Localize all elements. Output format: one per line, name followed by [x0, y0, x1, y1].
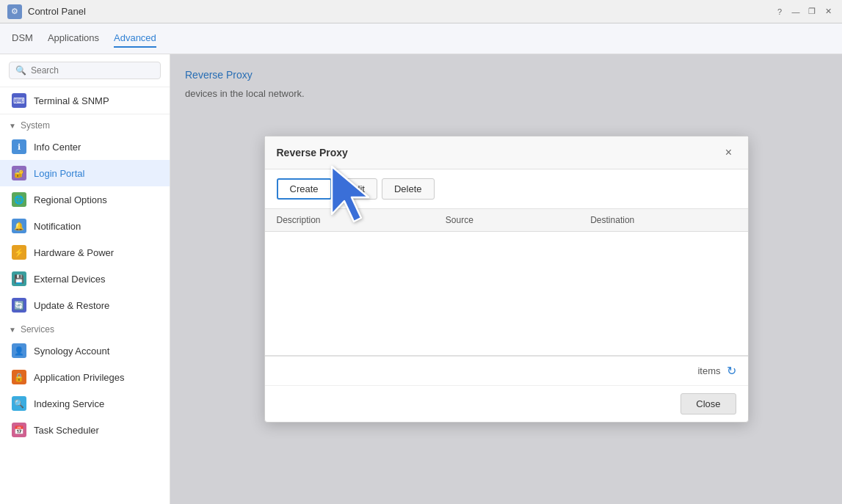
sidebar-item-hardware-power[interactable]: ⚡ Hardware & Power	[0, 239, 170, 266]
sidebar-item-application-privileges[interactable]: 🔒 Application Privileges	[0, 364, 170, 390]
proxy-table: Description Source Destination	[265, 209, 748, 232]
dialog-actions: Close	[265, 385, 748, 422]
external-devices-icon: 💾	[12, 271, 26, 286]
titlebar: ⚙ Control Panel ? — ❐ ✕	[0, 0, 842, 23]
edit-button[interactable]: Edit	[336, 178, 377, 200]
help-button[interactable]: ?	[773, 5, 786, 18]
sidebar-item-notification[interactable]: 🔔 Notification	[0, 213, 170, 239]
services-section-label: Services	[21, 324, 54, 335]
task-scheduler-label: Task Scheduler	[34, 425, 99, 436]
indexing-service-icon: 🔍	[12, 396, 26, 411]
system-section-header[interactable]: ▼ System	[0, 114, 170, 134]
dialog-header: Reverse Proxy ×	[265, 136, 748, 169]
top-navigation: DSM Applications Advanced	[0, 23, 842, 54]
dialog-footer: items ↻	[265, 356, 748, 385]
dialog-title: Reverse Proxy	[277, 147, 348, 158]
delete-button[interactable]: Delete	[382, 178, 435, 200]
dialog-overlay: Reverse Proxy × Create Edit Delete	[170, 54, 842, 504]
items-count-label: items	[697, 365, 720, 376]
proxy-table-container: Description Source Destination	[265, 209, 748, 356]
info-center-icon: ℹ	[12, 139, 26, 154]
application-privileges-label: Application Privileges	[34, 372, 125, 383]
col-header-source: Source	[434, 209, 578, 232]
notification-label: Notification	[34, 221, 81, 232]
external-devices-label: External Devices	[34, 274, 106, 285]
search-box[interactable]: 🔍	[9, 62, 161, 79]
dialog-close-button[interactable]: ×	[722, 145, 736, 160]
app-container: DSM Applications Advanced 🔍 ⌨ Terminal &…	[0, 23, 842, 504]
sidebar-search: 🔍	[0, 54, 170, 87]
col-header-description: Description	[265, 209, 434, 232]
system-section-label: System	[21, 120, 50, 131]
regional-options-label: Regional Options	[34, 194, 107, 205]
create-button[interactable]: Create	[277, 178, 332, 200]
synology-account-label: Synology Account	[34, 346, 109, 357]
synology-account-icon: 👤	[12, 343, 26, 358]
tab-applications[interactable]: Applications	[48, 29, 99, 48]
sidebar: 🔍 ⌨ Terminal & SNMP ▼ System ℹ Info Cent…	[0, 54, 170, 504]
system-chevron: ▼	[9, 122, 16, 130]
info-center-label: Info Center	[34, 142, 81, 153]
titlebar-controls: ? — ❐ ✕	[773, 5, 835, 18]
sidebar-item-task-scheduler[interactable]: 📅 Task Scheduler	[0, 417, 170, 443]
task-scheduler-icon: 📅	[12, 423, 26, 437]
notification-icon: 🔔	[12, 219, 26, 233]
sidebar-item-synology-account[interactable]: 👤 Synology Account	[0, 337, 170, 364]
titlebar-left: ⚙ Control Panel	[7, 4, 86, 19]
reverse-proxy-dialog: Reverse Proxy × Create Edit Delete	[264, 136, 749, 423]
hardware-power-label: Hardware & Power	[34, 247, 114, 258]
hardware-power-icon: ⚡	[12, 245, 26, 260]
login-portal-label: Login Portal	[34, 168, 84, 179]
login-portal-icon: 🔐	[12, 166, 26, 180]
table-header-row: Description Source Destination	[265, 209, 748, 232]
sidebar-item-indexing-service[interactable]: 🔍 Indexing Service	[0, 390, 170, 417]
app-icon: ⚙	[7, 4, 22, 19]
dialog-toolbar: Create Edit Delete	[265, 169, 748, 209]
refresh-button[interactable]: ↻	[727, 364, 736, 378]
dialog-close-action-button[interactable]: Close	[681, 393, 736, 414]
terminal-icon: ⌨	[12, 93, 26, 108]
app-title: Control Panel	[28, 6, 86, 17]
col-header-destination: Destination	[578, 209, 747, 232]
tab-advanced[interactable]: Advanced	[114, 29, 156, 48]
update-restore-icon: 🔄	[12, 298, 26, 313]
body: 🔍 ⌨ Terminal & SNMP ▼ System ℹ Info Cent…	[0, 54, 842, 504]
sidebar-item-external-devices[interactable]: 💾 External Devices	[0, 266, 170, 292]
indexing-service-label: Indexing Service	[34, 398, 104, 409]
services-chevron: ▼	[9, 326, 16, 334]
sidebar-item-info-center[interactable]: ℹ Info Center	[0, 134, 170, 160]
footer-right: items ↻	[697, 364, 736, 378]
minimize-button[interactable]: —	[789, 5, 802, 18]
application-privileges-icon: 🔒	[12, 370, 26, 384]
update-restore-label: Update & Restore	[34, 300, 109, 311]
content-area: Reverse Proxy devices in the local netwo…	[170, 54, 842, 504]
sidebar-item-login-portal[interactable]: 🔐 Login Portal	[0, 160, 170, 186]
search-icon: 🔍	[15, 65, 26, 76]
tab-dsm[interactable]: DSM	[12, 29, 33, 48]
close-window-button[interactable]: ✕	[821, 5, 835, 18]
terminal-label: Terminal & SNMP	[34, 95, 109, 106]
restore-button[interactable]: ❐	[805, 5, 819, 18]
sidebar-item-regional-options[interactable]: 🌐 Regional Options	[0, 186, 170, 213]
search-input[interactable]	[31, 65, 154, 76]
services-section-header[interactable]: ▼ Services	[0, 318, 170, 337]
sidebar-item-update-restore[interactable]: 🔄 Update & Restore	[0, 292, 170, 318]
regional-options-icon: 🌐	[12, 192, 26, 207]
sidebar-item-terminal[interactable]: ⌨ Terminal & SNMP	[0, 87, 170, 114]
